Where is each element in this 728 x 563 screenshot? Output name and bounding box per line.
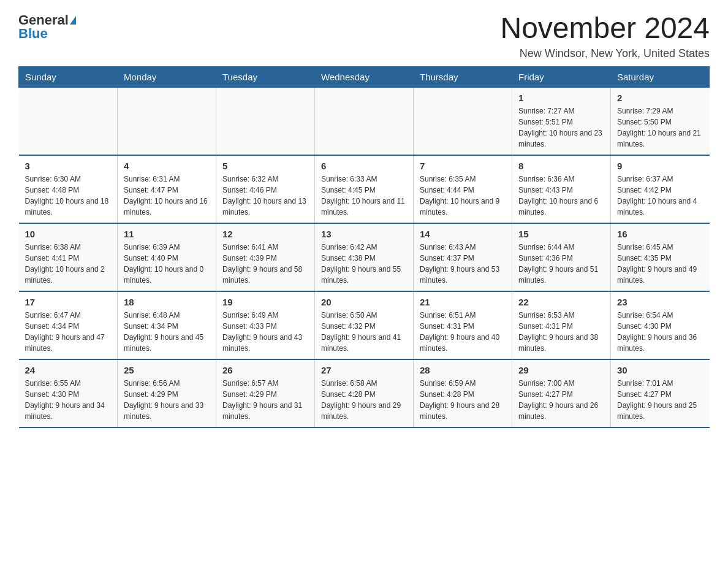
- day-info: Sunrise: 6:53 AM Sunset: 4:31 PM Dayligh…: [518, 310, 604, 354]
- day-number: 13: [321, 229, 407, 239]
- header-tuesday: Tuesday: [216, 66, 315, 87]
- day-number: 16: [617, 229, 703, 239]
- calendar-cell: 15Sunrise: 6:44 AM Sunset: 4:36 PM Dayli…: [512, 223, 611, 291]
- day-info: Sunrise: 6:37 AM Sunset: 4:42 PM Dayligh…: [617, 174, 703, 218]
- day-info: Sunrise: 6:56 AM Sunset: 4:29 PM Dayligh…: [124, 378, 210, 422]
- calendar-cell: 30Sunrise: 7:01 AM Sunset: 4:27 PM Dayli…: [611, 359, 710, 427]
- day-info: Sunrise: 6:32 AM Sunset: 4:46 PM Dayligh…: [222, 174, 308, 218]
- calendar-cell: 24Sunrise: 6:55 AM Sunset: 4:30 PM Dayli…: [19, 359, 118, 427]
- calendar-cell: 20Sunrise: 6:50 AM Sunset: 4:32 PM Dayli…: [315, 291, 414, 359]
- header-wednesday: Wednesday: [315, 66, 414, 87]
- day-info: Sunrise: 6:41 AM Sunset: 4:39 PM Dayligh…: [222, 242, 308, 286]
- day-info: Sunrise: 6:31 AM Sunset: 4:47 PM Dayligh…: [124, 174, 210, 218]
- day-number: 7: [420, 161, 506, 171]
- day-info: Sunrise: 6:47 AM Sunset: 4:34 PM Dayligh…: [25, 310, 112, 354]
- day-info: Sunrise: 6:48 AM Sunset: 4:34 PM Dayligh…: [124, 310, 210, 354]
- day-number: 3: [25, 161, 112, 171]
- day-number: 6: [321, 161, 407, 171]
- calendar-week-row: 3Sunrise: 6:30 AM Sunset: 4:48 PM Daylig…: [19, 155, 710, 223]
- day-info: Sunrise: 6:45 AM Sunset: 4:35 PM Dayligh…: [617, 242, 703, 286]
- day-number: 1: [518, 93, 604, 103]
- calendar-week-row: 17Sunrise: 6:47 AM Sunset: 4:34 PM Dayli…: [19, 291, 710, 359]
- calendar-week-row: 10Sunrise: 6:38 AM Sunset: 4:41 PM Dayli…: [19, 223, 710, 291]
- day-info: Sunrise: 6:38 AM Sunset: 4:41 PM Dayligh…: [25, 242, 112, 286]
- location: New Windsor, New York, United States: [500, 47, 710, 60]
- calendar-cell: 29Sunrise: 7:00 AM Sunset: 4:27 PM Dayli…: [512, 359, 611, 427]
- calendar-cell: 28Sunrise: 6:59 AM Sunset: 4:28 PM Dayli…: [414, 359, 512, 427]
- calendar-cell: [216, 87, 315, 155]
- day-info: Sunrise: 6:57 AM Sunset: 4:29 PM Dayligh…: [222, 378, 308, 422]
- day-info: Sunrise: 6:30 AM Sunset: 4:48 PM Dayligh…: [25, 174, 112, 218]
- calendar-cell: 1Sunrise: 7:27 AM Sunset: 5:51 PM Daylig…: [512, 87, 611, 155]
- calendar-cell: 12Sunrise: 6:41 AM Sunset: 4:39 PM Dayli…: [216, 223, 315, 291]
- calendar-cell: 23Sunrise: 6:54 AM Sunset: 4:30 PM Dayli…: [611, 291, 710, 359]
- logo-triangle-icon: [70, 16, 76, 25]
- day-number: 23: [617, 297, 703, 307]
- calendar-cell: [19, 87, 118, 155]
- calendar-cell: 19Sunrise: 6:49 AM Sunset: 4:33 PM Dayli…: [216, 291, 315, 359]
- day-number: 11: [124, 229, 210, 239]
- day-number: 26: [222, 365, 308, 375]
- day-number: 10: [25, 229, 112, 239]
- calendar-cell: 10Sunrise: 6:38 AM Sunset: 4:41 PM Dayli…: [19, 223, 118, 291]
- calendar-cell: 8Sunrise: 6:36 AM Sunset: 4:43 PM Daylig…: [512, 155, 611, 223]
- day-number: 17: [25, 297, 112, 307]
- header-friday: Friday: [512, 66, 611, 87]
- day-number: 12: [222, 229, 308, 239]
- day-info: Sunrise: 6:42 AM Sunset: 4:38 PM Dayligh…: [321, 242, 407, 286]
- calendar-cell: 16Sunrise: 6:45 AM Sunset: 4:35 PM Dayli…: [611, 223, 710, 291]
- calendar-cell: [118, 87, 216, 155]
- day-info: Sunrise: 6:58 AM Sunset: 4:28 PM Dayligh…: [321, 378, 407, 422]
- day-number: 25: [124, 365, 210, 375]
- calendar-cell: 26Sunrise: 6:57 AM Sunset: 4:29 PM Dayli…: [216, 359, 315, 427]
- day-info: Sunrise: 7:27 AM Sunset: 5:51 PM Dayligh…: [518, 105, 604, 150]
- day-info: Sunrise: 6:49 AM Sunset: 4:33 PM Dayligh…: [222, 310, 308, 354]
- day-number: 30: [617, 365, 703, 375]
- day-info: Sunrise: 7:01 AM Sunset: 4:27 PM Dayligh…: [617, 378, 703, 422]
- calendar-cell: 5Sunrise: 6:32 AM Sunset: 4:46 PM Daylig…: [216, 155, 315, 223]
- day-number: 29: [518, 365, 604, 375]
- calendar-week-row: 24Sunrise: 6:55 AM Sunset: 4:30 PM Dayli…: [19, 359, 710, 427]
- calendar-cell: 18Sunrise: 6:48 AM Sunset: 4:34 PM Dayli…: [118, 291, 216, 359]
- calendar-cell: [414, 87, 512, 155]
- header-sunday: Sunday: [19, 66, 118, 87]
- day-number: 2: [617, 93, 703, 103]
- day-number: 19: [222, 297, 308, 307]
- day-info: Sunrise: 7:29 AM Sunset: 5:50 PM Dayligh…: [617, 105, 703, 150]
- day-number: 21: [420, 297, 506, 307]
- calendar-header-row: SundayMondayTuesdayWednesdayThursdayFrid…: [19, 66, 710, 87]
- day-info: Sunrise: 6:33 AM Sunset: 4:45 PM Dayligh…: [321, 174, 407, 218]
- calendar-table: SundayMondayTuesdayWednesdayThursdayFrid…: [18, 66, 710, 428]
- calendar-cell: 2Sunrise: 7:29 AM Sunset: 5:50 PM Daylig…: [611, 87, 710, 155]
- day-info: Sunrise: 7:00 AM Sunset: 4:27 PM Dayligh…: [518, 378, 604, 422]
- calendar-cell: 21Sunrise: 6:51 AM Sunset: 4:31 PM Dayli…: [414, 291, 512, 359]
- day-number: 8: [518, 161, 604, 171]
- day-info: Sunrise: 6:44 AM Sunset: 4:36 PM Dayligh…: [518, 242, 604, 286]
- day-info: Sunrise: 6:50 AM Sunset: 4:32 PM Dayligh…: [321, 310, 407, 354]
- day-info: Sunrise: 6:51 AM Sunset: 4:31 PM Dayligh…: [420, 310, 506, 354]
- day-number: 14: [420, 229, 506, 239]
- calendar-cell: 17Sunrise: 6:47 AM Sunset: 4:34 PM Dayli…: [19, 291, 118, 359]
- calendar-cell: 14Sunrise: 6:43 AM Sunset: 4:37 PM Dayli…: [414, 223, 512, 291]
- calendar-cell: 6Sunrise: 6:33 AM Sunset: 4:45 PM Daylig…: [315, 155, 414, 223]
- day-number: 4: [124, 161, 210, 171]
- day-number: 24: [25, 365, 112, 375]
- calendar-cell: 4Sunrise: 6:31 AM Sunset: 4:47 PM Daylig…: [118, 155, 216, 223]
- calendar-cell: 7Sunrise: 6:35 AM Sunset: 4:44 PM Daylig…: [414, 155, 512, 223]
- logo-blue: Blue: [18, 26, 48, 42]
- calendar-cell: 27Sunrise: 6:58 AM Sunset: 4:28 PM Dayli…: [315, 359, 414, 427]
- calendar-cell: 9Sunrise: 6:37 AM Sunset: 4:42 PM Daylig…: [611, 155, 710, 223]
- header-monday: Monday: [118, 66, 216, 87]
- header-thursday: Thursday: [414, 66, 512, 87]
- calendar-cell: 11Sunrise: 6:39 AM Sunset: 4:40 PM Dayli…: [118, 223, 216, 291]
- calendar-week-row: 1Sunrise: 7:27 AM Sunset: 5:51 PM Daylig…: [19, 87, 710, 155]
- title-block: November 2024 New Windsor, New York, Uni…: [500, 12, 710, 60]
- day-number: 9: [617, 161, 703, 171]
- calendar-cell: 3Sunrise: 6:30 AM Sunset: 4:48 PM Daylig…: [19, 155, 118, 223]
- page-header: General Blue November 2024 New Windsor, …: [18, 12, 710, 60]
- day-info: Sunrise: 6:59 AM Sunset: 4:28 PM Dayligh…: [420, 378, 506, 422]
- day-number: 18: [124, 297, 210, 307]
- calendar-cell: 13Sunrise: 6:42 AM Sunset: 4:38 PM Dayli…: [315, 223, 414, 291]
- day-number: 28: [420, 365, 506, 375]
- logo: General Blue: [18, 12, 76, 42]
